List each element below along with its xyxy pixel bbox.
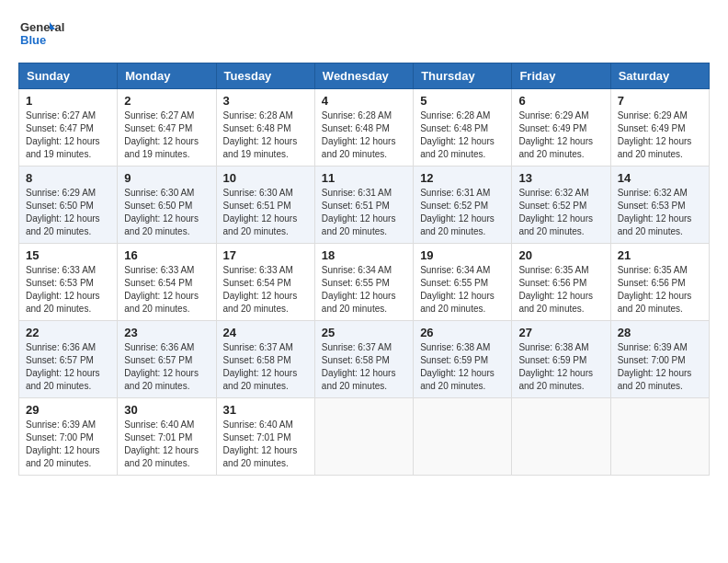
- day-info: Sunrise: 6:28 AMSunset: 6:48 PMDaylight:…: [322, 109, 406, 161]
- day-number: 12: [420, 171, 505, 185]
- day-number: 9: [124, 171, 209, 185]
- calendar-cell: 12Sunrise: 6:31 AMSunset: 6:52 PMDayligh…: [414, 167, 512, 244]
- day-number: 19: [420, 248, 505, 262]
- day-info: Sunrise: 6:31 AMSunset: 6:52 PMDaylight:…: [420, 187, 505, 238]
- calendar-cell: 6Sunrise: 6:29 AMSunset: 6:49 PMDaylight…: [512, 89, 610, 167]
- calendar-cell: 20Sunrise: 6:35 AMSunset: 6:56 PMDayligh…: [512, 244, 610, 321]
- day-number: 14: [618, 171, 702, 185]
- day-info: Sunrise: 6:33 AMSunset: 6:54 PMDaylight:…: [223, 264, 308, 316]
- calendar-cell: 8Sunrise: 6:29 AMSunset: 6:50 PMDaylight…: [19, 167, 118, 244]
- day-number: 7: [618, 94, 702, 108]
- day-number: 10: [223, 171, 308, 185]
- calendar-cell: 24Sunrise: 6:37 AMSunset: 6:58 PMDayligh…: [216, 321, 314, 398]
- calendar-cell: 15Sunrise: 6:33 AMSunset: 6:53 PMDayligh…: [19, 244, 118, 321]
- day-info: Sunrise: 6:29 AMSunset: 6:49 PMDaylight:…: [618, 109, 702, 161]
- calendar-cell: 4Sunrise: 6:28 AMSunset: 6:48 PMDaylight…: [314, 89, 413, 167]
- weekday-header-sunday: Sunday: [19, 63, 118, 89]
- calendar-table: SundayMondayTuesdayWednesdayThursdayFrid…: [18, 63, 710, 476]
- week-row-3: 15Sunrise: 6:33 AMSunset: 6:53 PMDayligh…: [19, 244, 710, 321]
- day-info: Sunrise: 6:38 AMSunset: 6:59 PMDaylight:…: [518, 341, 603, 393]
- day-number: 22: [26, 326, 110, 339]
- calendar-cell: 31Sunrise: 6:40 AMSunset: 7:01 PMDayligh…: [216, 398, 314, 476]
- weekday-header-saturday: Saturday: [610, 63, 709, 89]
- calendar-cell: 22Sunrise: 6:36 AMSunset: 6:57 PMDayligh…: [19, 321, 118, 398]
- day-info: Sunrise: 6:40 AMSunset: 7:01 PMDaylight:…: [124, 419, 209, 470]
- page-header: General Blue: [18, 15, 710, 52]
- calendar-cell: 9Sunrise: 6:30 AMSunset: 6:50 PMDaylight…: [118, 167, 216, 244]
- day-number: 1: [26, 94, 110, 108]
- day-info: Sunrise: 6:36 AMSunset: 6:57 PMDaylight:…: [124, 341, 209, 393]
- day-number: 28: [618, 326, 702, 339]
- day-info: Sunrise: 6:29 AMSunset: 6:49 PMDaylight:…: [518, 109, 603, 161]
- day-info: Sunrise: 6:39 AMSunset: 7:00 PMDaylight:…: [26, 419, 110, 470]
- calendar-cell: 17Sunrise: 6:33 AMSunset: 6:54 PMDayligh…: [216, 244, 314, 321]
- calendar-cell: [414, 398, 512, 476]
- weekday-header-row: SundayMondayTuesdayWednesdayThursdayFrid…: [19, 63, 710, 89]
- week-row-1: 1Sunrise: 6:27 AMSunset: 6:47 PMDaylight…: [19, 89, 710, 167]
- week-row-2: 8Sunrise: 6:29 AMSunset: 6:50 PMDaylight…: [19, 167, 710, 244]
- day-number: 23: [124, 326, 209, 339]
- calendar-cell: [610, 398, 709, 476]
- calendar-cell: 1Sunrise: 6:27 AMSunset: 6:47 PMDaylight…: [19, 89, 118, 167]
- calendar-cell: [314, 398, 413, 476]
- day-info: Sunrise: 6:35 AMSunset: 6:56 PMDaylight:…: [518, 264, 603, 316]
- day-info: Sunrise: 6:36 AMSunset: 6:57 PMDaylight:…: [26, 341, 110, 393]
- day-number: 21: [618, 248, 702, 262]
- svg-text:General: General: [20, 20, 64, 34]
- day-info: Sunrise: 6:40 AMSunset: 7:01 PMDaylight:…: [223, 419, 308, 470]
- day-number: 24: [223, 326, 308, 339]
- day-info: Sunrise: 6:33 AMSunset: 6:53 PMDaylight:…: [26, 264, 110, 316]
- week-row-4: 22Sunrise: 6:36 AMSunset: 6:57 PMDayligh…: [19, 321, 710, 398]
- day-number: 5: [420, 94, 505, 108]
- calendar-cell: [512, 398, 610, 476]
- day-info: Sunrise: 6:28 AMSunset: 6:48 PMDaylight:…: [223, 109, 308, 161]
- day-number: 3: [223, 94, 308, 108]
- day-number: 2: [124, 94, 209, 108]
- calendar-cell: 29Sunrise: 6:39 AMSunset: 7:00 PMDayligh…: [19, 398, 118, 476]
- weekday-header-friday: Friday: [512, 63, 610, 89]
- day-info: Sunrise: 6:35 AMSunset: 6:56 PMDaylight:…: [618, 264, 702, 316]
- weekday-header-monday: Monday: [118, 63, 216, 89]
- calendar-cell: 26Sunrise: 6:38 AMSunset: 6:59 PMDayligh…: [414, 321, 512, 398]
- day-info: Sunrise: 6:38 AMSunset: 6:59 PMDaylight:…: [420, 341, 505, 393]
- weekday-header-wednesday: Wednesday: [314, 63, 413, 89]
- day-info: Sunrise: 6:31 AMSunset: 6:51 PMDaylight:…: [322, 187, 406, 238]
- day-number: 18: [322, 248, 406, 262]
- calendar-cell: 14Sunrise: 6:32 AMSunset: 6:53 PMDayligh…: [610, 167, 709, 244]
- calendar-cell: 21Sunrise: 6:35 AMSunset: 6:56 PMDayligh…: [610, 244, 709, 321]
- calendar-cell: 18Sunrise: 6:34 AMSunset: 6:55 PMDayligh…: [314, 244, 413, 321]
- calendar-cell: 16Sunrise: 6:33 AMSunset: 6:54 PMDayligh…: [118, 244, 216, 321]
- day-number: 11: [322, 171, 406, 185]
- day-number: 4: [322, 94, 406, 108]
- day-info: Sunrise: 6:32 AMSunset: 6:52 PMDaylight:…: [518, 187, 603, 238]
- calendar-cell: 10Sunrise: 6:30 AMSunset: 6:51 PMDayligh…: [216, 167, 314, 244]
- week-row-5: 29Sunrise: 6:39 AMSunset: 7:00 PMDayligh…: [19, 398, 710, 476]
- day-info: Sunrise: 6:30 AMSunset: 6:50 PMDaylight:…: [124, 187, 209, 238]
- day-info: Sunrise: 6:34 AMSunset: 6:55 PMDaylight:…: [420, 264, 505, 316]
- day-number: 30: [124, 403, 209, 417]
- day-info: Sunrise: 6:30 AMSunset: 6:51 PMDaylight:…: [223, 187, 308, 238]
- day-number: 13: [518, 171, 603, 185]
- calendar-cell: 30Sunrise: 6:40 AMSunset: 7:01 PMDayligh…: [118, 398, 216, 476]
- day-info: Sunrise: 6:29 AMSunset: 6:50 PMDaylight:…: [26, 187, 110, 238]
- day-number: 29: [26, 403, 110, 417]
- calendar-page: General Blue SundayMondayTuesdayWednesda…: [0, 0, 728, 563]
- day-info: Sunrise: 6:33 AMSunset: 6:54 PMDaylight:…: [124, 264, 209, 316]
- day-info: Sunrise: 6:37 AMSunset: 6:58 PMDaylight:…: [322, 341, 406, 393]
- day-number: 31: [223, 403, 308, 417]
- day-number: 16: [124, 248, 209, 262]
- day-number: 20: [518, 248, 603, 262]
- calendar-cell: 7Sunrise: 6:29 AMSunset: 6:49 PMDaylight…: [610, 89, 709, 167]
- calendar-cell: 23Sunrise: 6:36 AMSunset: 6:57 PMDayligh…: [118, 321, 216, 398]
- calendar-cell: 2Sunrise: 6:27 AMSunset: 6:47 PMDaylight…: [118, 89, 216, 167]
- weekday-header-tuesday: Tuesday: [216, 63, 314, 89]
- day-number: 8: [26, 171, 110, 185]
- day-number: 17: [223, 248, 308, 262]
- day-number: 25: [322, 326, 406, 339]
- day-info: Sunrise: 6:28 AMSunset: 6:48 PMDaylight:…: [420, 109, 505, 161]
- calendar-cell: 28Sunrise: 6:39 AMSunset: 7:00 PMDayligh…: [610, 321, 709, 398]
- calendar-cell: 11Sunrise: 6:31 AMSunset: 6:51 PMDayligh…: [314, 167, 413, 244]
- day-info: Sunrise: 6:27 AMSunset: 6:47 PMDaylight:…: [124, 109, 209, 161]
- calendar-cell: 5Sunrise: 6:28 AMSunset: 6:48 PMDaylight…: [414, 89, 512, 167]
- calendar-cell: 13Sunrise: 6:32 AMSunset: 6:52 PMDayligh…: [512, 167, 610, 244]
